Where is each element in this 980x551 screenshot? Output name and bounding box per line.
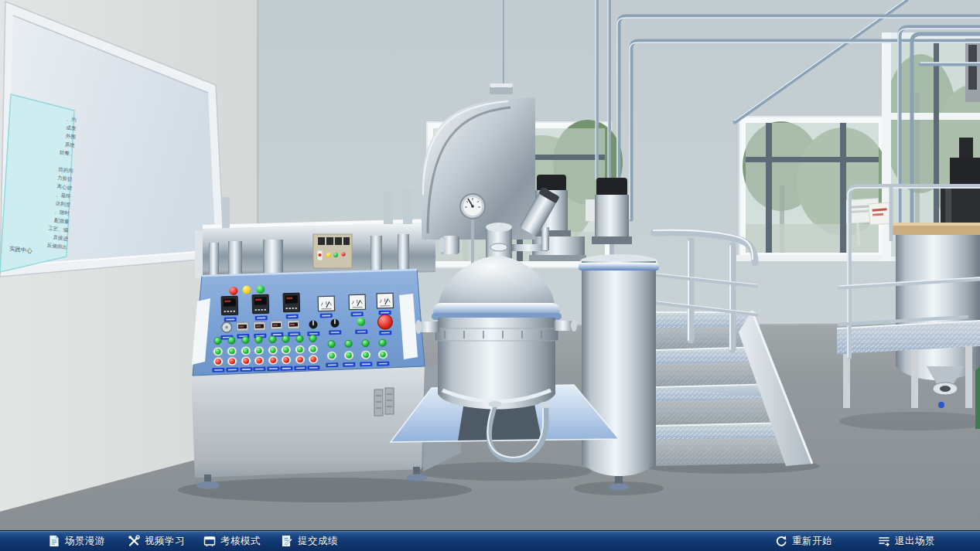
menu-item-scene-roam[interactable]: 场景漫游: [48, 531, 105, 551]
panel-label: [255, 316, 268, 321]
panel-label: [224, 318, 237, 322]
menu-label: 场景漫游: [65, 535, 105, 548]
control-panel[interactable]: [192, 270, 425, 376]
menu-label: 退出场景: [895, 535, 935, 548]
panel-label: [329, 330, 341, 335]
panel-label: [355, 329, 367, 334]
menu-item-video-learning[interactable]: 视频学习: [128, 531, 185, 551]
3d-scene[interactable]: 、均 成发 外围 系统 软餐、 筒的间 力剪切 离心烧 、最终 达到度 、随时 …: [0, 0, 980, 531]
counter-display: [254, 321, 265, 330]
panel-label: [320, 313, 333, 318]
panel-label: [351, 311, 364, 316]
menu-label: 重新开始: [792, 535, 832, 548]
monitor-icon: [203, 535, 216, 547]
lid-elbow: [439, 236, 459, 254]
menu-item-exit-scene[interactable]: 退出场景: [878, 531, 935, 551]
menu-item-restart[interactable]: 重新开始: [775, 531, 832, 551]
far-sign: [869, 202, 891, 225]
edit-document-icon: [281, 535, 293, 547]
emergency-stop-button[interactable]: [377, 315, 392, 329]
page-icon: [48, 535, 60, 547]
menu-label: 提交成绩: [298, 535, 338, 548]
right-window: [736, 117, 890, 261]
menu-label: 考核模式: [220, 535, 261, 548]
menu-item-assessment-mode[interactable]: 考核模式: [203, 531, 261, 551]
menu-item-submit-score[interactable]: 提交成绩: [281, 531, 338, 551]
temp-controller[interactable]: [221, 296, 238, 315]
counter-display: [288, 320, 299, 328]
analog-meter: [377, 293, 393, 308]
counter-display: [237, 322, 248, 331]
bottom-toolbar: 场景漫游 视频学习 考核模式 提交成绩 重新开始: [0, 531, 980, 551]
restart-icon: [775, 535, 787, 547]
analog-meter: [349, 294, 365, 310]
simulation-viewport[interactable]: 、均 成发 外围 系统 软餐、 筒的间 力剪切 离心烧 、最终 达到度 、随时 …: [0, 0, 980, 551]
analog-meter: [318, 296, 334, 311]
window-sill: [736, 255, 888, 261]
electrical-box: [313, 234, 352, 268]
tools-icon: [128, 535, 140, 547]
valve-knob[interactable]: [938, 402, 944, 408]
panel-label: [379, 331, 391, 335]
menu-label: 视频学习: [145, 535, 185, 548]
temp-controller[interactable]: [252, 294, 269, 314]
temp-controller[interactable]: [283, 293, 300, 312]
panel-label: [286, 315, 299, 319]
clamp-band: [435, 328, 558, 341]
counter-display: [271, 321, 282, 329]
exit-icon: [878, 535, 890, 547]
